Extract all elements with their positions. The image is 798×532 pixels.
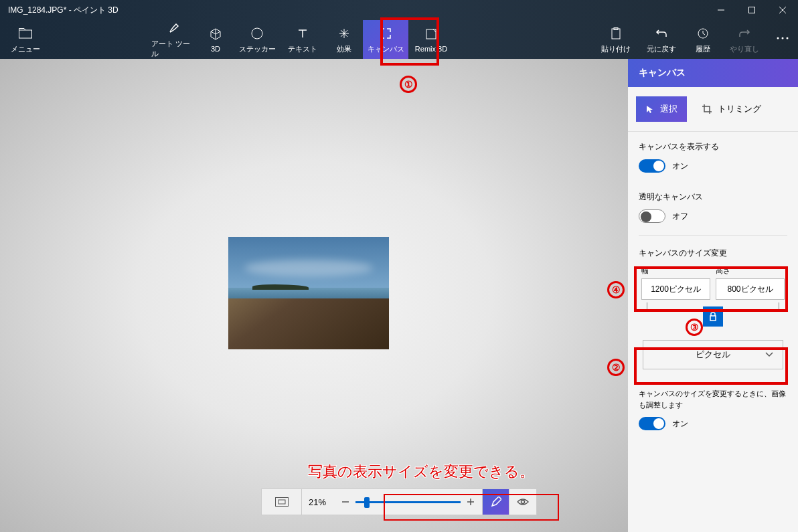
lock-ratio-button[interactable]	[703, 306, 723, 327]
show-canvas-toggle[interactable]	[639, 159, 665, 173]
window-controls	[706, 0, 798, 20]
zoom-slider[interactable]	[355, 501, 461, 503]
transparent-section: 透明なキャンバス オフ	[628, 182, 798, 232]
svg-point-18	[522, 501, 525, 504]
annotation-zoom-text: 写真の表示サイズを変更できる。	[308, 462, 534, 482]
window-title: IMG_1284.JPG* - ペイント 3D	[8, 5, 706, 16]
folder-icon	[19, 25, 32, 41]
text-icon	[297, 25, 308, 41]
height-input[interactable]	[716, 278, 785, 300]
svg-rect-1	[749, 7, 755, 13]
svg-point-12	[787, 37, 789, 39]
undo-icon	[655, 25, 667, 41]
history-icon	[697, 25, 709, 41]
cube-icon	[210, 26, 222, 42]
zoom-section: 21%	[302, 489, 483, 515]
brush-icon	[168, 20, 180, 36]
sparkle-icon	[338, 25, 350, 41]
resize-image-section: キャンバスのサイズを変更するときに、画像も調整します オン	[628, 379, 798, 440]
view-mode-button[interactable]	[509, 489, 536, 515]
crop-icon	[702, 104, 712, 114]
ellipsis-icon	[777, 30, 789, 46]
sticker-icon	[251, 25, 263, 41]
titlebar: IMG_1284.JPG* - ペイント 3D	[0, 0, 798, 20]
remix-button[interactable]: Remix 3D	[408, 20, 454, 59]
svg-point-11	[782, 37, 784, 39]
art-tools-button[interactable]: アート ツール	[151, 20, 197, 59]
fit-screen-button[interactable]	[262, 489, 302, 515]
redo-button[interactable]: やり直し	[722, 20, 767, 59]
mode-row: 選択 トリミング	[628, 87, 798, 132]
undo-button[interactable]: 元に戻す	[639, 20, 684, 59]
cursor-icon	[645, 104, 655, 114]
panel-title: キャンバス	[628, 59, 798, 87]
more-button[interactable]	[767, 20, 798, 59]
zoom-bar: 21%	[261, 489, 537, 515]
crop-mode-button[interactable]: トリミング	[692, 96, 771, 122]
resize-image-toggle[interactable]	[639, 417, 665, 430]
width-input[interactable]	[641, 278, 710, 300]
minimize-button[interactable]	[706, 0, 736, 20]
edit-mode-button[interactable]	[483, 489, 509, 515]
chevron-down-icon	[765, 352, 773, 357]
height-label: 高さ	[716, 266, 785, 276]
zoom-percent: 21%	[309, 497, 335, 507]
zoom-in-button[interactable]	[466, 497, 475, 507]
menu-button[interactable]: メニュー	[0, 20, 51, 59]
menu-label: メニュー	[11, 44, 40, 54]
svg-rect-19	[710, 316, 716, 321]
3d-button[interactable]: 3D	[197, 20, 234, 59]
effects-button[interactable]: 効果	[325, 20, 363, 59]
toolbar: メニュー アート ツール 3D ステッカー テキスト 効果 キャンバス Remi…	[0, 20, 798, 59]
unit-dropdown[interactable]: ピクセル	[643, 340, 783, 369]
workspace[interactable]	[0, 59, 628, 532]
select-mode-button[interactable]: 選択	[636, 96, 687, 122]
history-button[interactable]: 履歴	[684, 20, 722, 59]
zoom-out-button[interactable]	[341, 497, 350, 507]
side-panel: キャンバス 選択 トリミング キャンバスを表示する オン 透明なキャンバス オフ…	[628, 59, 798, 532]
transparent-toggle[interactable]	[639, 209, 665, 223]
maximize-button[interactable]	[736, 0, 767, 20]
resize-section: キャンバスのサイズ変更 幅 高さ	[628, 238, 798, 337]
clipboard-icon	[611, 25, 621, 41]
svg-rect-13	[275, 498, 288, 507]
paste-button[interactable]: 貼り付け	[593, 20, 639, 59]
close-button[interactable]	[767, 0, 798, 20]
show-canvas-section: キャンバスを表示する オン	[628, 132, 798, 182]
canvas-image[interactable]	[228, 237, 389, 349]
expand-icon	[380, 25, 392, 41]
svg-rect-7	[612, 29, 620, 39]
svg-point-10	[777, 37, 779, 39]
canvas-button[interactable]: キャンバス	[363, 20, 408, 59]
svg-rect-4	[19, 30, 32, 38]
remix-icon	[425, 26, 437, 42]
svg-rect-14	[278, 500, 285, 504]
width-label: 幅	[641, 266, 710, 276]
redo-icon	[738, 25, 750, 41]
sticker-button[interactable]: ステッカー	[234, 20, 280, 59]
text-button[interactable]: テキスト	[280, 20, 325, 59]
